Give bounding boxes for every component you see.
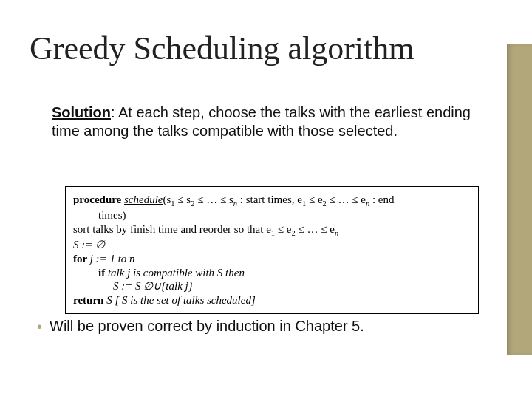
algo-line-5: if talk j is compatible with S then xyxy=(73,266,471,280)
t: ≤ … ≤ s xyxy=(194,194,233,205)
algo-line-4: for j := 1 to n xyxy=(73,252,471,266)
solution-text: : At each step, choose the talks with th… xyxy=(52,104,471,139)
algo-line-1b: times) xyxy=(73,208,471,222)
t: (s xyxy=(163,194,171,205)
t: ≤ e xyxy=(306,194,322,205)
t: j := 1 to n xyxy=(90,253,135,265)
t: : end xyxy=(369,194,394,205)
t: : start times, e xyxy=(237,194,302,205)
t: talk j is compatible with S then xyxy=(108,267,245,279)
solution-label: Solution xyxy=(52,104,111,120)
t: sort talks by finish time and reorder so… xyxy=(73,223,271,235)
t: ≤ e xyxy=(275,223,291,235)
kw-if: if xyxy=(98,267,108,279)
slide: Greedy Scheduling algorithm Solution: At… xyxy=(0,0,532,399)
slide-title: Greedy Scheduling algorithm xyxy=(30,30,415,67)
bullet-text: Will be proven correct by induction in C… xyxy=(50,318,364,335)
algorithm-box: procedure schedule(s1 ≤ s2 ≤ … ≤ sn : st… xyxy=(65,186,479,314)
algo-line-6: S := S ∅∪{talk j} xyxy=(73,279,471,293)
t: n xyxy=(335,229,338,237)
kw-return: return xyxy=(73,294,106,306)
t: S [ S is the set of talks scheduled] xyxy=(106,294,256,306)
t: ≤ s xyxy=(175,194,191,205)
algo-line-2: sort talks by finish time and reorder so… xyxy=(73,222,471,238)
t: ≤ … ≤ e xyxy=(327,194,366,205)
proc-name: schedule xyxy=(124,194,163,205)
solution-paragraph: Solution: At each step, choose the talks… xyxy=(52,103,480,140)
bullet-list: • Will be proven correct by induction in… xyxy=(37,318,488,336)
accent-sidebar xyxy=(507,44,532,355)
bullet-icon: • xyxy=(37,318,42,336)
algo-line-7: return S [ S is the set of talks schedul… xyxy=(73,293,471,307)
t: ≤ … ≤ e xyxy=(296,223,335,235)
algo-line-1: procedure schedule(s1 ≤ s2 ≤ … ≤ sn : st… xyxy=(73,193,471,208)
kw-for: for xyxy=(73,253,90,265)
algo-line-3: S := ∅ xyxy=(73,238,471,252)
kw-procedure: procedure xyxy=(73,194,124,205)
bullet-item: • Will be proven correct by induction in… xyxy=(37,318,488,336)
